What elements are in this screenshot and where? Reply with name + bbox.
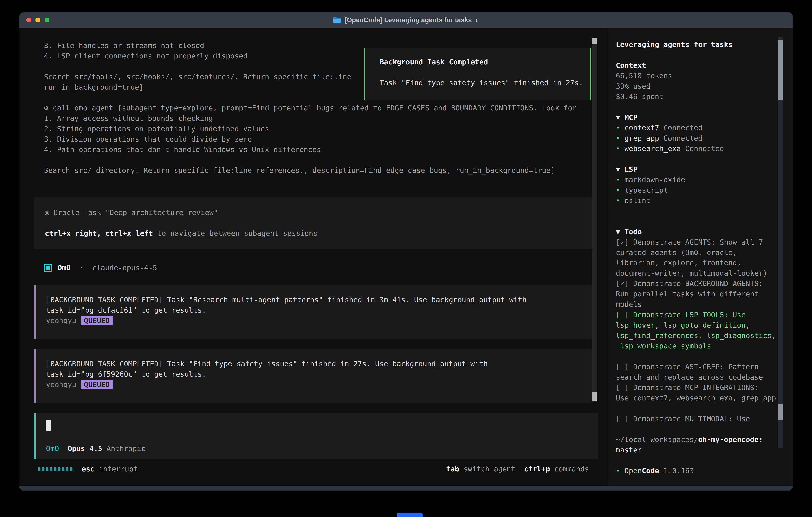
text-segment: $0.46 spent xyxy=(616,92,663,101)
chat-scrollbar-thumb-top[interactable] xyxy=(592,38,597,45)
text-line: Use context7, websearch_exa, grep_app xyxy=(616,393,780,403)
text-line: ▼ LSP xyxy=(616,164,780,174)
text-line: librarian, explore, frontend, xyxy=(616,258,780,268)
text-line: yeongyu QUEUED xyxy=(46,379,592,390)
text-line xyxy=(616,154,780,164)
text-segment: 2. String operations on potentially unde… xyxy=(44,125,269,133)
text-segment: ◉ Oracle Task "Deep architecture review" xyxy=(45,208,218,217)
interrupt-hint: esc interrupt xyxy=(82,464,138,474)
text-segment: Background Task Completed xyxy=(380,58,488,66)
text-line: [ ] Demonstrate LSP TOOLS: Use xyxy=(616,310,780,320)
chat-scrollbar-thumb-bottom[interactable] xyxy=(592,392,597,401)
text-segment: · xyxy=(70,264,92,272)
text-line: [✓] Demonstrate AGENTS: Show all 7 xyxy=(616,237,780,247)
text-segment: markdown-oxide xyxy=(625,175,685,184)
terminal-window: [OpenCode] Leveraging agents for tasks ◐… xyxy=(19,12,793,491)
text-cursor xyxy=(46,420,51,431)
status-badge: QUEUED xyxy=(81,380,113,389)
text-line: Context xyxy=(616,60,780,71)
text-line: [ ] Demonstrate AST-GREP: Pattern xyxy=(616,362,780,372)
text-segment: 66,518 tokens xyxy=(616,72,672,80)
text-line xyxy=(616,206,780,216)
window-bottom-edge xyxy=(19,486,793,490)
text-segment: • xyxy=(616,175,625,184)
text-line: Run parallel tasks with different xyxy=(616,289,780,299)
agent-header: OmO · claude-opus-4-5 xyxy=(44,263,157,273)
text-line: task_id="bg_dcfac161" to get results. xyxy=(46,305,592,316)
text-segment: [ ] Demonstrate MCP INTEGRATIONS: xyxy=(616,383,759,392)
close-window-button[interactable] xyxy=(26,18,31,22)
sidebar-scrollbar[interactable] xyxy=(778,37,783,448)
text-line: • grep_app Connected xyxy=(616,133,780,143)
text-segment: [ ] Demonstrate LSP TOOLS: Use xyxy=(616,311,746,319)
text-line: 1. Array access without bounds checking xyxy=(44,113,605,124)
text-segment: lsp_workspace_symbols xyxy=(616,342,711,350)
text-segment: Context xyxy=(616,61,646,70)
background-task-card-2: [BACKGROUND TASK COMPLETED] Task "Find t… xyxy=(34,349,592,403)
text-segment: Open xyxy=(625,467,642,475)
text-line xyxy=(616,455,780,466)
sidebar-lines: Leveraging agents for tasks Context66,51… xyxy=(616,39,780,476)
oracle-task-box: ◉ Oracle Task "Deep architecture review"… xyxy=(34,197,592,249)
text-line: [ ] Demonstrate MCP INTEGRATIONS: xyxy=(616,382,780,393)
text-segment: Connected xyxy=(681,144,724,153)
text-segment: oh-my-opencode: xyxy=(698,435,763,444)
text-segment: to navigate between subagent sessions xyxy=(153,229,318,237)
prompt-input[interactable]: OmO Opus 4.5 Anthropic xyxy=(34,413,598,459)
text-line: ◉ Oracle Task "Deep architecture review" xyxy=(45,207,592,218)
text-segment: • xyxy=(616,186,625,194)
spinner-dot xyxy=(62,467,64,471)
spinner-dot xyxy=(46,467,48,471)
text-segment: [BACKGROUND TASK COMPLETED] Task "Resear… xyxy=(46,296,527,304)
text-line: ▼ MCP xyxy=(616,112,780,123)
text-segment: yeongyu xyxy=(46,380,81,389)
text-segment: ▼ LSP xyxy=(616,165,637,173)
minimize-window-button[interactable] xyxy=(35,18,40,22)
text-segment: [✓] Demonstrate BACKGROUND AGENTS: xyxy=(616,279,763,288)
text-line xyxy=(616,50,780,60)
text-segment: ctrl+x right, ctrl+x left xyxy=(45,229,153,237)
spinner-dot xyxy=(38,467,40,471)
status-badge: QUEUED xyxy=(81,316,113,325)
text-line: ~/local-workspaces/oh-my-opencode: xyxy=(616,434,780,445)
text-line: lsp_hover, lsp_goto_definition, xyxy=(616,320,780,330)
text-segment: websearch_exa xyxy=(625,144,681,153)
text-line: 4. Path operations that don't handle Win… xyxy=(44,144,605,155)
text-line: ⚙ call_omo_agent [subagent_type=explore,… xyxy=(44,103,605,113)
text-line: 2. String operations on potentially unde… xyxy=(44,124,605,134)
text-segment: 4. LSP client connections not properly d… xyxy=(44,52,248,60)
text-segment: Code xyxy=(642,467,659,475)
text-line: Search src/ directory. Return specific f… xyxy=(44,165,605,175)
text-segment: [ ] Demonstrate AST-GREP: Pattern xyxy=(616,363,759,371)
text-segment: • xyxy=(616,144,625,153)
zoom-window-button[interactable] xyxy=(45,18,49,22)
agent-icon xyxy=(44,264,52,272)
window-title-group: [OpenCode] Leveraging agents for tasks ◐ xyxy=(333,16,479,24)
text-line xyxy=(616,403,780,414)
text-segment: 3. File handles or streams not closed xyxy=(44,42,204,50)
text-line: models xyxy=(616,299,780,310)
text-segment: task_id="bg_dcfac161" to get results. xyxy=(46,306,206,314)
text-line xyxy=(45,218,592,228)
text-segment: [ ] Demonstrate MULTIMODAL: Use xyxy=(616,415,750,423)
sidebar-scrollbar-thumb-lower[interactable] xyxy=(778,404,783,420)
text-line: • websearch_exa Connected xyxy=(616,143,780,154)
text-segment: search and replace across codebase xyxy=(616,373,763,381)
chat-scrollbar[interactable] xyxy=(592,38,597,402)
text-segment: • xyxy=(616,124,625,132)
background-task-card-1: [BACKGROUND TASK COMPLETED] Task "Resear… xyxy=(34,285,592,339)
text-segment: 4. Path operations that don't handle Win… xyxy=(44,145,321,154)
text-segment: • xyxy=(616,134,625,142)
window-titlebar[interactable]: [OpenCode] Leveraging agents for tasks ◐ xyxy=(19,12,793,28)
sidebar-scrollbar-thumb[interactable] xyxy=(778,40,783,100)
text-line: $0.46 spent xyxy=(616,91,780,102)
text-line: Leveraging agents for tasks xyxy=(616,39,780,50)
text-segment: 1.0.163 xyxy=(659,467,694,475)
text-line: 66,518 tokens xyxy=(616,71,780,81)
spinner-dot xyxy=(70,467,72,471)
text-segment: lsp_hover, lsp_goto_definition, xyxy=(616,321,750,329)
dock-icon-sliver[interactable] xyxy=(397,513,423,517)
text-segment: run_in_background=true] xyxy=(44,83,144,91)
text-line: • OpenCode 1.0.163 xyxy=(616,466,780,476)
text-line: curated agents (OmO, oracle, xyxy=(616,247,780,258)
